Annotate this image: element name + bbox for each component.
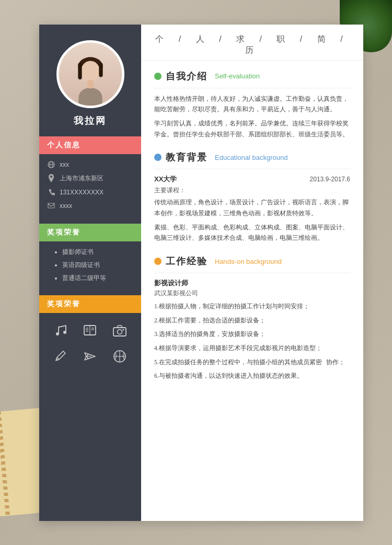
info-list: xxx 上海市浦东新区 131XXXXXXXX bbox=[39, 154, 141, 222]
globe-icon bbox=[47, 160, 55, 169]
self-eval-cn: 自我介绍 bbox=[166, 70, 207, 83]
work-section: 工作经验 Hands-on background bbox=[154, 255, 350, 268]
job-title: 影视设计师 bbox=[154, 279, 350, 288]
edu-school: XX大学 bbox=[154, 175, 177, 184]
content-area: 个 / 人 / 求 / 职 / 简 / 历 自我介绍 Self-evaluati… bbox=[141, 25, 363, 521]
award-item: 普通话二级甲等 bbox=[62, 274, 132, 283]
self-eval-para2: 学习刻苦认真，成绩优秀，名列前茅。品学兼优。连续三年获得学校奖学金。曾担任学生会… bbox=[154, 118, 350, 140]
work-dot bbox=[154, 258, 162, 265]
divider2 bbox=[154, 169, 350, 169]
content-body: 自我介绍 Self-evaluation 本人性格热情开朗，待人友好，为人诚实谦… bbox=[141, 70, 363, 382]
self-eval-para1: 本人性格热情开朗，待人友好，为人诚实谦虚。工作勤奋，认真负责，能吃苦耐劳，尽职尽… bbox=[154, 94, 350, 115]
work-en: Hands-on background bbox=[215, 258, 282, 265]
hobbies-grid bbox=[39, 313, 141, 374]
self-eval-section: 自我介绍 Self-evaluation bbox=[154, 70, 350, 83]
info-item-email: xxxx bbox=[47, 202, 133, 210]
person-name: 我拉网 bbox=[74, 114, 107, 127]
airplane-icon bbox=[80, 347, 99, 366]
info-item-website: xxx bbox=[47, 160, 133, 169]
awards-list: 摄影师证书 英语四级证书 普通话二级甲等 bbox=[39, 241, 141, 293]
award-item: 英语四级证书 bbox=[62, 261, 132, 270]
svg-point-8 bbox=[50, 176, 52, 178]
edu-section: 教育背景 Educational background bbox=[154, 151, 350, 164]
work-cn: 工作经验 bbox=[166, 255, 207, 268]
resume-card: 我拉网 个人信息 xxx bbox=[39, 25, 363, 521]
basketball-icon bbox=[110, 347, 129, 366]
svg-point-10 bbox=[56, 332, 59, 335]
svg-point-21 bbox=[122, 329, 124, 330]
duty-1: 1.根据拍摄人物，制定详细的拍摄工作计划与时间安排； bbox=[154, 301, 350, 312]
divider3 bbox=[154, 273, 350, 273]
pencil-icon bbox=[51, 347, 70, 366]
info-item-phone: 131XXXXXXXX bbox=[47, 188, 133, 196]
edu-cn: 教育背景 bbox=[166, 151, 207, 164]
awards-header: 奖项荣誉 bbox=[39, 224, 141, 241]
hobbies-header: 奖项荣誉 bbox=[39, 295, 141, 313]
camera-icon bbox=[110, 321, 129, 340]
svg-point-20 bbox=[117, 329, 122, 334]
phone-icon bbox=[47, 188, 55, 196]
courses-label: 主要课程： bbox=[154, 186, 350, 195]
resume-title: 个 / 人 / 求 / 职 / 简 / 历 bbox=[141, 25, 363, 61]
photo-area bbox=[56, 40, 124, 108]
courses-text: 传统动画原理，角色设计，场景设计，广告设计，视听语言，表演，脚本创作，影视场景建… bbox=[154, 197, 350, 218]
svg-rect-3 bbox=[99, 63, 102, 77]
svg-point-1 bbox=[80, 61, 99, 82]
duty-4: 4.根据导演要求，运用摄影艺术手段完成影视片的电影造型； bbox=[154, 343, 350, 354]
location-icon bbox=[47, 174, 55, 182]
svg-rect-4 bbox=[87, 79, 94, 88]
svg-rect-19 bbox=[113, 328, 126, 336]
profile-photo bbox=[59, 43, 122, 106]
edu-dot bbox=[154, 154, 162, 161]
skills-text: 素描、色彩、平面构成、色彩构成、立体构成、图案、电脑平面设计、电脑三维设计、多媒… bbox=[154, 222, 350, 243]
duty-3: 3.选择适当的拍摄角度，安放摄影设备； bbox=[154, 329, 350, 340]
edu-date: 2013.9-2017.6 bbox=[310, 176, 350, 183]
email-icon bbox=[47, 202, 55, 210]
edu-en: Educational background bbox=[215, 154, 288, 161]
divider1 bbox=[154, 88, 350, 88]
duty-6: 6.与被拍摄者沟通，以达到快速进入拍摄状态的效果。 bbox=[154, 370, 350, 381]
edu-row: XX大学 2013.9-2017.6 bbox=[154, 175, 350, 184]
company-name: 武汉某影视公司 bbox=[154, 289, 350, 298]
svg-point-11 bbox=[63, 331, 66, 334]
music-icon bbox=[51, 321, 70, 340]
svg-rect-9 bbox=[48, 203, 54, 208]
duty-5: 5.在完成拍摄任务的整个过程中，与拍摄小组的其他成员紧密 协作； bbox=[154, 357, 350, 368]
duty-2: 2.根据工作需要，拍选合适的摄影设备； bbox=[154, 315, 350, 326]
self-eval-en: Self-evaluation bbox=[215, 72, 260, 80]
self-eval-dot bbox=[154, 73, 162, 80]
personal-info-header: 个人信息 bbox=[39, 136, 141, 154]
sidebar: 我拉网 个人信息 xxx bbox=[39, 25, 141, 521]
info-item-location: 上海市浦东新区 bbox=[47, 174, 133, 183]
reading-icon bbox=[80, 321, 99, 340]
award-item: 摄影师证书 bbox=[62, 248, 132, 257]
svg-rect-2 bbox=[78, 63, 82, 79]
